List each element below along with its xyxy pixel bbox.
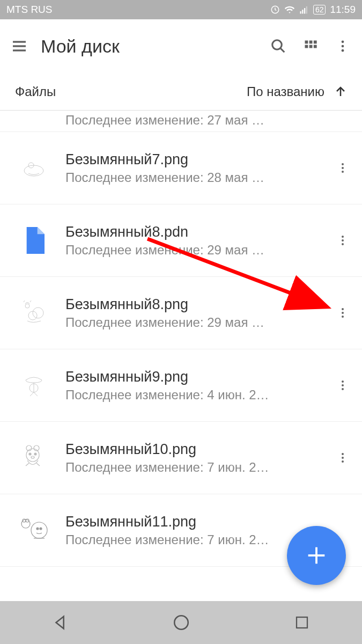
svg-point-31 <box>342 308 344 310</box>
file-text: Безымянный7.png Последнее изменение: 28 … <box>65 151 332 185</box>
svg-point-26 <box>342 239 344 241</box>
svg-point-42 <box>29 453 31 455</box>
svg-point-47 <box>342 460 344 463</box>
file-name: Безымянный11.png <box>65 514 332 530</box>
section-label: Файлы <box>15 84 56 99</box>
file-more-icon[interactable] <box>332 230 353 251</box>
svg-point-17 <box>342 45 344 48</box>
fab-add-button[interactable] <box>287 526 346 585</box>
file-name: Безымянный8.pdn <box>65 224 332 240</box>
svg-point-36 <box>342 380 344 383</box>
file-more-icon[interactable] <box>332 302 353 324</box>
more-options-icon[interactable] <box>332 35 353 57</box>
file-thumbnail <box>15 511 53 549</box>
svg-rect-15 <box>314 45 317 48</box>
svg-point-25 <box>342 236 344 238</box>
file-meta: Последнее изменение: 7 июн. 2… <box>65 460 332 475</box>
file-meta: Последнее изменение: 28 мая … <box>65 170 332 185</box>
svg-point-33 <box>342 316 344 318</box>
svg-rect-59 <box>297 617 307 628</box>
nav-bar <box>0 601 362 644</box>
svg-point-38 <box>342 388 344 390</box>
svg-point-37 <box>342 384 344 386</box>
svg-point-51 <box>31 522 47 538</box>
status-right: 62 11:59 <box>270 4 356 16</box>
menu-icon[interactable] <box>9 35 30 57</box>
svg-point-27 <box>342 243 344 245</box>
file-more-icon[interactable] <box>332 111 353 132</box>
file-meta: Последнее изменение: 29 мая … <box>65 315 332 330</box>
svg-point-45 <box>342 453 344 455</box>
svg-point-41 <box>26 449 39 462</box>
file-name: Безымянный10.png <box>65 441 332 458</box>
file-thumbnail <box>15 439 53 477</box>
svg-point-23 <box>342 167 344 169</box>
file-name: Безымянный9.png <box>65 369 332 385</box>
svg-line-9 <box>280 48 285 53</box>
file-more-icon[interactable] <box>332 447 353 469</box>
file-thumbnail <box>15 149 53 187</box>
svg-rect-13 <box>305 45 308 48</box>
svg-rect-1 <box>300 11 301 14</box>
sync-icon <box>270 5 280 14</box>
file-meta: Последнее изменение: 29 мая … <box>65 243 332 258</box>
sort-control[interactable]: По названию <box>247 84 347 99</box>
svg-point-52 <box>36 528 39 530</box>
svg-rect-12 <box>314 41 317 44</box>
list-item[interactable]: Безымянный7.png Последнее изменение: 28 … <box>0 132 362 204</box>
arrow-up-icon <box>334 85 347 98</box>
svg-point-8 <box>272 40 282 50</box>
file-more-icon[interactable] <box>332 375 353 396</box>
list-item[interactable]: Безымянный10.png Последнее изменение: 7 … <box>0 422 362 494</box>
svg-point-58 <box>174 616 188 630</box>
file-name: Безымянный8.png <box>65 296 332 313</box>
file-name: Безымянный7.png <box>65 151 332 168</box>
svg-point-18 <box>342 49 344 52</box>
svg-point-46 <box>342 457 344 459</box>
list-item[interactable]: Последнее изменение: 27 мая … <box>0 111 362 132</box>
svg-point-29 <box>33 308 43 318</box>
search-icon[interactable] <box>268 35 289 57</box>
svg-rect-10 <box>305 41 308 44</box>
svg-point-24 <box>342 171 344 173</box>
svg-rect-2 <box>302 10 303 14</box>
svg-point-44 <box>31 456 34 458</box>
file-text: Безымянный8.png Последнее изменение: 29 … <box>65 296 332 330</box>
carrier-label: MTS RUS <box>6 4 53 16</box>
file-thumbnail <box>15 111 53 132</box>
file-text: Последнее изменение: 27 мая … <box>65 111 332 128</box>
home-button[interactable] <box>168 609 195 636</box>
grid-view-icon[interactable] <box>300 35 321 57</box>
battery-level: 62 <box>313 5 326 14</box>
svg-rect-3 <box>304 8 305 14</box>
page-title: Мой диск <box>41 36 257 57</box>
svg-rect-14 <box>309 45 313 48</box>
clock: 11:59 <box>330 4 356 16</box>
file-more-icon[interactable] <box>332 157 353 179</box>
list-item[interactable]: Безымянный8.pdn Последнее изменение: 29 … <box>0 204 362 277</box>
svg-point-28 <box>25 304 29 308</box>
file-thumbnail <box>15 367 53 404</box>
svg-point-32 <box>342 312 344 314</box>
svg-point-16 <box>342 41 344 43</box>
wifi-icon <box>284 4 295 15</box>
file-text: Безымянный10.png Последнее изменение: 7 … <box>65 441 332 475</box>
svg-rect-4 <box>306 6 307 14</box>
list-item[interactable]: Безымянный9.png Последнее изменение: 4 и… <box>0 349 362 422</box>
file-text: Безымянный9.png Последнее изменение: 4 и… <box>65 369 332 402</box>
sort-label: По названию <box>247 84 324 99</box>
file-meta: Последнее изменение: 27 мая … <box>65 113 332 128</box>
svg-rect-11 <box>309 41 313 44</box>
recent-button[interactable] <box>289 609 315 636</box>
signal-icon <box>299 5 309 14</box>
svg-point-53 <box>40 528 42 530</box>
file-thumbnail <box>15 222 53 259</box>
svg-point-43 <box>34 453 36 455</box>
file-thumbnail <box>15 294 53 332</box>
file-text: Безымянный8.pdn Последнее изменение: 29 … <box>65 224 332 258</box>
file-meta: Последнее изменение: 4 июн. 2… <box>65 387 332 402</box>
svg-point-22 <box>342 163 344 165</box>
list-item[interactable]: Безымянный8.png Последнее изменение: 29 … <box>0 277 362 349</box>
back-button[interactable] <box>47 609 74 636</box>
status-bar: MTS RUS 62 11:59 <box>0 0 362 19</box>
